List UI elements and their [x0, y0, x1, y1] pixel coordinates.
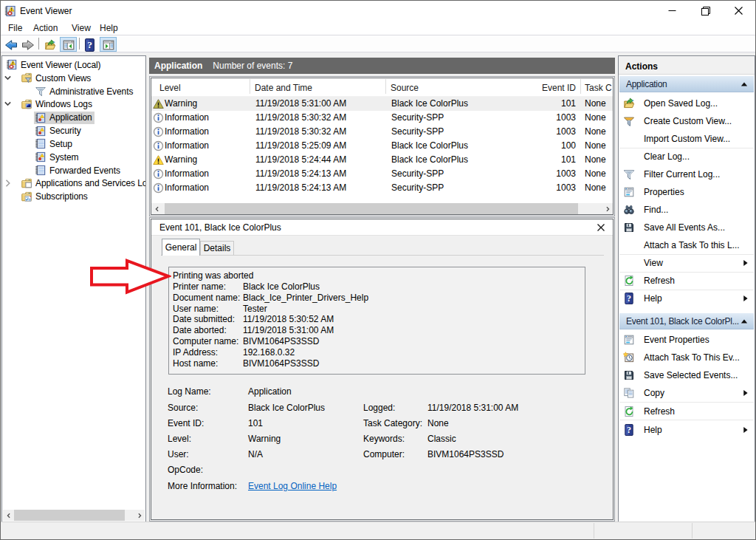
event-row[interactable]: Information11/19/2018 5:24:13 AMSecurity… — [151, 181, 613, 195]
information-icon — [153, 112, 164, 123]
action-copy[interactable]: Copy — [619, 384, 754, 402]
action-import-custom-view[interactable]: Import Custom View... — [619, 130, 754, 148]
column-header-level[interactable]: Level — [159, 78, 181, 98]
action-view[interactable]: View — [619, 254, 754, 272]
scroll-left-button[interactable] — [3, 510, 14, 521]
event-row[interactable]: Warning11/19/2018 5:24:44 AMBlack Ice Co… — [151, 153, 613, 167]
tree-scroll-thumb[interactable] — [14, 510, 125, 521]
action-label: Help — [644, 290, 662, 307]
description-line: Date aborted:11/19/2018 5:31:00 AM — [173, 325, 227, 336]
action-help[interactable]: Help — [619, 290, 754, 307]
information-icon — [153, 126, 164, 137]
tree-item-windows-logs[interactable]: Windows Logs — [2, 98, 146, 111]
action-label: Open Saved Log... — [644, 95, 718, 112]
event-id: 1003 — [517, 125, 576, 139]
action-label: View — [644, 254, 663, 272]
event-source: Security-SPP — [391, 167, 444, 181]
tree-item-administrative-events[interactable]: Administrative Events — [2, 85, 146, 98]
event-datetime: 11/19/2018 5:25:09 AM — [255, 139, 346, 153]
event-row[interactable]: Information11/19/2018 5:30:32 AMSecurity… — [151, 111, 613, 125]
tree-item-setup[interactable]: Setup — [2, 137, 146, 151]
tree-item-subscriptions[interactable]: Subscriptions — [2, 190, 146, 203]
description-label: Printer name: — [173, 281, 226, 293]
tree-item-custom-views[interactable]: Custom Views — [2, 72, 146, 85]
tree-item-applications-and-services-lo[interactable]: Applications and Services Lo — [2, 177, 146, 190]
action-event-properties[interactable]: Event Properties — [619, 331, 754, 349]
scroll-left-button[interactable] — [151, 203, 162, 214]
column-separator[interactable] — [250, 79, 250, 94]
action-refresh[interactable]: Refresh — [619, 403, 754, 420]
tree-item-security[interactable]: Security — [2, 124, 146, 137]
funnel-new-icon — [623, 115, 635, 127]
action-save-selected-events[interactable]: Save Selected Events... — [619, 366, 754, 384]
show-hide-console-tree-button[interactable] — [60, 37, 77, 52]
field-label: OpCode: — [168, 465, 203, 475]
chevron-expanded-icon[interactable] — [4, 100, 12, 108]
result-pane-title: Application — [154, 61, 202, 71]
event-task-category: None — [585, 111, 606, 125]
tree-item-forwarded-events[interactable]: Forwarded Events — [2, 164, 146, 177]
minimize-button[interactable] — [656, 1, 689, 21]
forward-button[interactable] — [21, 39, 35, 51]
back-button[interactable] — [4, 39, 18, 51]
description-value: 192.168.0.32 — [243, 347, 295, 358]
action-open-saved-log[interactable]: Open Saved Log... — [619, 95, 754, 112]
action-save-all-events-as[interactable]: Save All Events As... — [619, 219, 754, 236]
column-header-event-id[interactable]: Event ID — [517, 78, 576, 98]
tab-general[interactable]: General — [162, 239, 200, 256]
tree-scroll-track[interactable] — [14, 510, 134, 521]
column-header-date[interactable]: Date and Time — [255, 78, 312, 98]
list-horizontal-scrollbar[interactable] — [151, 203, 613, 214]
log-alert-icon — [35, 151, 47, 163]
chevron-expanded-icon[interactable] — [4, 74, 12, 82]
action-refresh[interactable]: Refresh — [619, 272, 754, 290]
menu-view[interactable]: View — [72, 22, 91, 34]
menu-help[interactable]: Help — [100, 22, 118, 34]
event-row[interactable]: Warning11/19/2018 5:31:00 AMBlack Ice Co… — [151, 97, 613, 111]
action-label: Help — [644, 421, 662, 439]
list-scroll-thumb[interactable] — [165, 203, 578, 214]
list-scroll-track[interactable] — [162, 203, 602, 214]
column-header-task-category[interactable]: Task C — [585, 78, 612, 98]
close-button[interactable] — [722, 1, 755, 21]
tab-details[interactable]: Details — [200, 241, 234, 255]
scroll-right-button[interactable] — [134, 510, 145, 521]
chevron-collapsed-icon[interactable] — [4, 179, 12, 187]
tree-item-system[interactable]: System — [2, 151, 146, 164]
event-count-label: Number of events: 7 — [213, 61, 292, 71]
action-section-header-event[interactable]: Event 101, Black Ice ColorPl... — [619, 313, 754, 329]
action-attach-task-to-this-ev[interactable]: Attach Task To This Ev... — [619, 349, 754, 366]
open-saved-log-button[interactable] — [44, 39, 56, 51]
show-hide-action-pane-button[interactable] — [100, 37, 117, 52]
action-properties[interactable]: Properties — [619, 183, 754, 201]
scroll-left-icon — [5, 512, 13, 519]
column-header-source[interactable]: Source — [391, 78, 419, 98]
help-button[interactable] — [85, 38, 94, 52]
event-log-online-help-link[interactable]: Event Log Online Help — [248, 481, 337, 491]
column-separator[interactable] — [580, 79, 581, 94]
column-separator[interactable] — [385, 79, 386, 94]
scroll-right-icon — [136, 512, 143, 519]
menu-action[interactable]: Action — [33, 22, 58, 34]
action-section-label: Event 101, Black Ice ColorPl... — [626, 316, 739, 327]
action-find[interactable]: Find... — [619, 201, 754, 219]
event-row[interactable]: Information11/19/2018 5:25:09 AMBlack Ic… — [151, 139, 613, 153]
field-label: More Information: — [168, 481, 237, 491]
action-section-header-application[interactable]: Application — [619, 76, 754, 92]
tree-item-application[interactable]: Application — [2, 111, 146, 124]
event-row[interactable]: Information11/19/2018 5:30:32 AMSecurity… — [151, 125, 613, 139]
action-create-custom-view[interactable]: Create Custom View... — [619, 112, 754, 130]
action-filter-current-log[interactable]: Filter Current Log... — [619, 165, 754, 183]
details-close-button[interactable] — [597, 223, 605, 232]
tree-horizontal-scrollbar[interactable] — [3, 510, 145, 521]
menu-file[interactable]: File — [8, 22, 22, 34]
tree-item-label: Security — [49, 126, 81, 136]
scroll-right-button[interactable] — [602, 203, 613, 214]
event-row[interactable]: Information11/19/2018 5:24:13 AMSecurity… — [151, 167, 613, 181]
submenu-arrow-icon — [742, 389, 749, 397]
action-attach-a-task-to-this-l[interactable]: Attach a Task To this L... — [619, 236, 754, 254]
action-help[interactable]: Help — [619, 421, 754, 439]
action-clear-log[interactable]: Clear Log... — [619, 148, 754, 165]
tree-item-event-viewer-local[interactable]: Event Viewer (Local) — [2, 58, 146, 72]
restore-button[interactable] — [689, 1, 722, 21]
